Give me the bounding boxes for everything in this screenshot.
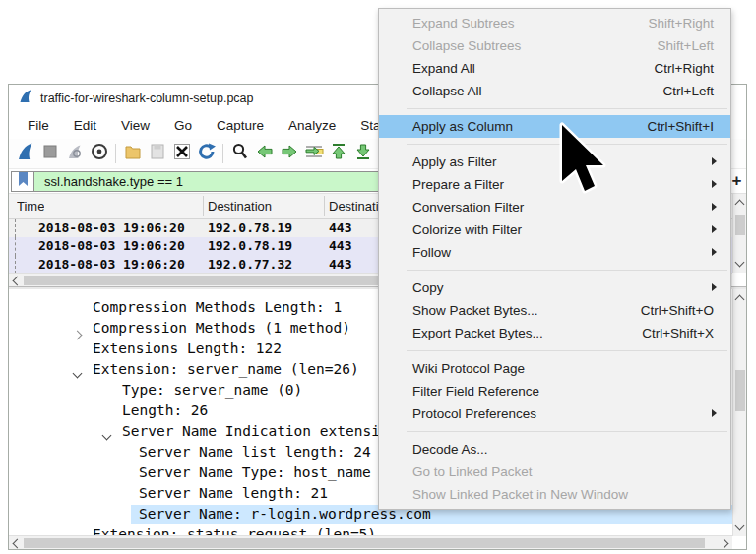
related-packet-line bbox=[15, 219, 16, 237]
go-last-packet-button[interactable] bbox=[350, 142, 375, 165]
column-divider[interactable] bbox=[324, 196, 325, 216]
submenu-arrow-icon bbox=[712, 180, 717, 188]
screen: traffic-for-wireshark-column-setup.pcap … bbox=[0, 0, 756, 554]
menu-item-prepare-a-filter[interactable]: Prepare a Filter bbox=[379, 173, 730, 196]
tree-row-label: Extension: server_name (len=26) bbox=[93, 361, 359, 377]
related-packet-line bbox=[15, 256, 16, 274]
menu-item-collapse-all[interactable]: Collapse AllCtrl+Left bbox=[379, 80, 730, 102]
save-file-button[interactable] bbox=[145, 142, 169, 165]
filter-bookmark-button[interactable] bbox=[11, 171, 34, 192]
reload-file-button[interactable] bbox=[194, 142, 219, 165]
menubar-edit[interactable]: Edit bbox=[64, 114, 106, 137]
restart-capture-button[interactable] bbox=[62, 142, 87, 165]
details-hscrollbar[interactable] bbox=[9, 535, 732, 549]
menu-item-apply-as-column[interactable]: Apply as ColumnCtrl+Shift+I bbox=[379, 115, 730, 138]
scroll-right-button[interactable] bbox=[719, 536, 732, 550]
menu-item-decode-as[interactable]: Decode As... bbox=[379, 438, 730, 461]
find-packet-button[interactable] bbox=[227, 142, 252, 165]
menu-separator bbox=[407, 108, 727, 109]
menu-item-label: Follow bbox=[412, 245, 451, 260]
add-filter-button[interactable]: + bbox=[729, 171, 744, 192]
menu-item-label: Go to Linked Packet bbox=[412, 464, 533, 479]
go-first-packet-icon bbox=[329, 142, 348, 165]
go-to-packet-button[interactable] bbox=[301, 142, 326, 165]
tree-row-label: Server Name list length: 24 bbox=[139, 444, 371, 460]
menu-item-apply-as-filter[interactable]: Apply as Filter bbox=[379, 151, 730, 173]
go-last-packet-icon bbox=[353, 142, 373, 165]
tree-row-label: Server Name Type: host_name (0 bbox=[139, 464, 397, 480]
toolbar-separator bbox=[222, 144, 223, 163]
scroll-left-button[interactable] bbox=[9, 536, 23, 550]
cell-dest-port: 443 bbox=[329, 238, 351, 253]
submenu-arrow-icon bbox=[712, 157, 717, 165]
go-first-packet-button[interactable] bbox=[326, 142, 350, 165]
cell-dest-port: 443 bbox=[329, 220, 351, 235]
menu-item-label: Protocol Preferences bbox=[412, 406, 536, 421]
menu-item-shortcut: Ctrl+Shift+O bbox=[641, 303, 714, 318]
capture-options-icon bbox=[90, 142, 109, 165]
scrollbar-thumb[interactable] bbox=[735, 215, 745, 235]
capture-options-button[interactable] bbox=[87, 142, 111, 165]
save-file-icon bbox=[148, 142, 167, 165]
menu-item-expand-subtrees: Expand SubtreesShift+Right bbox=[379, 12, 730, 34]
start-capture-fin-button[interactable] bbox=[13, 142, 37, 165]
menu-item-protocol-preferences[interactable]: Protocol Preferences bbox=[379, 402, 730, 425]
menu-separator bbox=[407, 431, 727, 432]
scrollbar-thumb[interactable] bbox=[24, 538, 705, 548]
column-divider[interactable] bbox=[203, 196, 204, 216]
menu-item-label: Wiki Protocol Page bbox=[412, 361, 525, 376]
find-packet-icon bbox=[230, 142, 250, 165]
go-back-button[interactable] bbox=[252, 142, 277, 165]
menu-item-expand-all[interactable]: Expand AllCtrl+Right bbox=[379, 57, 730, 80]
cell-destination: 192.0.78.19 bbox=[208, 238, 292, 253]
close-capture-button[interactable] bbox=[169, 142, 194, 165]
cell-destination: 192.0.78.19 bbox=[208, 220, 292, 235]
menu-item-shortcut: Ctrl+Right bbox=[655, 61, 714, 76]
menu-item-follow[interactable]: Follow bbox=[379, 241, 730, 264]
details-vscrollbar[interactable] bbox=[732, 289, 746, 536]
context-menu: Expand SubtreesShift+RightCollapse Subtr… bbox=[378, 8, 731, 510]
toolbar-separator bbox=[115, 144, 116, 163]
cell-time: 2018-08-03 19:06:20 bbox=[38, 220, 185, 235]
scroll-up-button[interactable] bbox=[732, 291, 746, 305]
scrollbar-thumb[interactable] bbox=[24, 276, 380, 285]
scrollbar-thumb[interactable] bbox=[735, 370, 745, 411]
close-capture-icon bbox=[172, 142, 192, 165]
open-file-button[interactable] bbox=[120, 142, 145, 165]
menu-item-wiki-protocol-page[interactable]: Wiki Protocol Page bbox=[379, 357, 730, 380]
scroll-up-button[interactable] bbox=[732, 196, 746, 210]
menubar-capture[interactable]: Capture bbox=[207, 114, 274, 137]
menu-item-label: Decode As... bbox=[412, 442, 488, 457]
menu-item-shortcut: Ctrl+Shift+X bbox=[642, 326, 714, 340]
tree-row-label: Compression Methods (1 method) bbox=[93, 320, 350, 336]
menubar-analyze[interactable]: Analyze bbox=[279, 114, 346, 137]
menu-item-show-linked-packet-in-new-window: Show Linked Packet in New Window bbox=[379, 483, 730, 506]
menu-item-show-packet-bytes[interactable]: Show Packet Bytes...Ctrl+Shift+O bbox=[379, 299, 730, 322]
go-forward-button[interactable] bbox=[277, 142, 301, 165]
menu-item-colorize-with-filter[interactable]: Colorize with Filter bbox=[379, 218, 730, 241]
cell-destination: 192.0.77.32 bbox=[208, 257, 292, 272]
stop-capture-button[interactable] bbox=[37, 142, 62, 165]
menu-item-label: Colorize with Filter bbox=[412, 222, 522, 237]
menu-item-copy[interactable]: Copy bbox=[379, 277, 730, 299]
menubar-file[interactable]: File bbox=[18, 114, 59, 137]
menubar-view[interactable]: View bbox=[111, 114, 159, 137]
menu-item-shortcut: Shift+Right bbox=[649, 16, 714, 31]
scroll-left-button[interactable] bbox=[9, 274, 23, 287]
wireshark-fin-icon bbox=[18, 89, 33, 108]
column-header-time[interactable]: Time bbox=[17, 194, 44, 218]
menu-item-label: Show Linked Packet in New Window bbox=[412, 487, 628, 502]
menu-item-conversation-filter[interactable]: Conversation Filter bbox=[379, 196, 730, 218]
menu-item-shortcut: Ctrl+Left bbox=[663, 84, 714, 98]
tree-row-label: Server Name length: 21 bbox=[139, 485, 328, 501]
cell-time: 2018-08-03 19:06:20 bbox=[38, 257, 185, 272]
menu-item-export-packet-bytes[interactable]: Export Packet Bytes...Ctrl+Shift+X bbox=[379, 322, 730, 344]
packet-list-vscrollbar[interactable] bbox=[732, 194, 746, 273]
menubar-go[interactable]: Go bbox=[164, 114, 202, 137]
menu-separator bbox=[407, 350, 727, 351]
menu-item-filter-field-reference[interactable]: Filter Field Reference bbox=[379, 380, 730, 402]
scroll-down-button[interactable] bbox=[732, 521, 746, 534]
column-header-destination[interactable]: Destination bbox=[208, 194, 272, 218]
submenu-arrow-icon bbox=[712, 203, 717, 211]
scroll-down-button[interactable] bbox=[732, 257, 746, 271]
